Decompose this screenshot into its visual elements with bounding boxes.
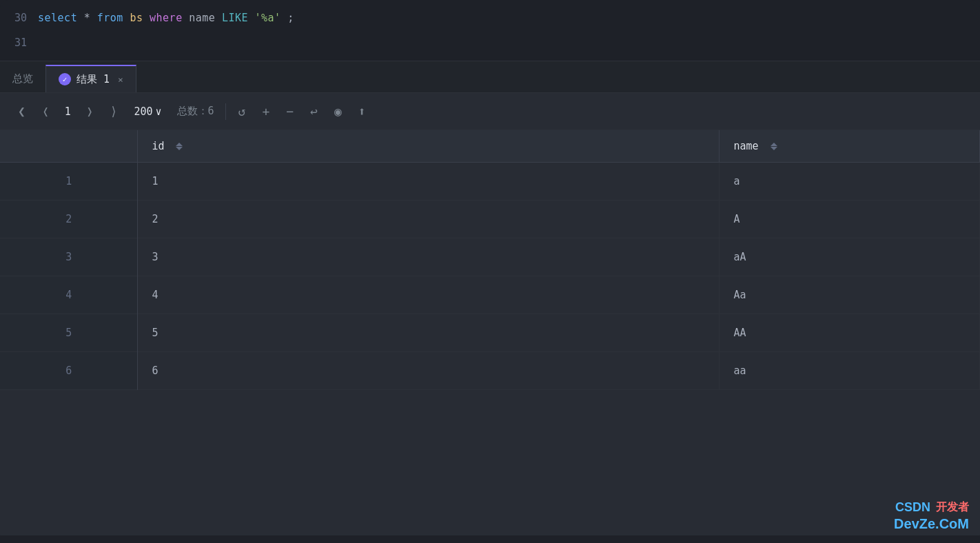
table-row[interactable]: 66aa — [0, 352, 980, 390]
main-content: 总览 ✓ 结果 1 × ❮ ❬ 1 ❭ ⟩ 200 ∨ 总数：6 ↺ — [0, 61, 980, 535]
name-sort-down-icon — [770, 147, 777, 150]
column-header-rownum — [0, 130, 138, 163]
column-name-label: name — [733, 140, 758, 152]
cell-name-5[interactable]: aa — [719, 352, 980, 390]
column-header-name[interactable]: name — [719, 130, 980, 163]
cell-name-0[interactable]: a — [719, 163, 980, 201]
sort-up-icon — [176, 143, 183, 146]
keyword-table: bs — [130, 12, 150, 24]
watermark: CSDN 开发者 DevZe.CoM — [894, 500, 969, 532]
table-row[interactable]: 44Aa — [0, 276, 980, 314]
cell-name-3[interactable]: Aa — [719, 276, 980, 314]
table-body: 11a22A33aA44Aa55AA66aa — [0, 163, 980, 390]
watermark-csdn: CSDN — [895, 500, 930, 515]
cell-rownum-5: 6 — [0, 352, 138, 390]
name-sort-icon[interactable] — [770, 143, 777, 150]
view-button[interactable]: ◉ — [327, 100, 349, 123]
page-next-icon: ❭ — [86, 104, 94, 119]
cell-rownum-2: 3 — [0, 238, 138, 276]
keyword-where: where — [150, 12, 183, 24]
code-line-30-content: select * from bs where name LIKE '%a' ; — [38, 12, 294, 24]
tab-close-button[interactable]: × — [118, 74, 123, 85]
line-number-30: 30 — [0, 12, 38, 24]
table-row[interactable]: 33aA — [0, 238, 980, 276]
total-count: 总数：6 — [172, 105, 220, 118]
cell-rownum-1: 2 — [0, 201, 138, 238]
keyword-semi: ; — [287, 12, 294, 24]
cell-rownum-3: 4 — [0, 276, 138, 314]
line-number-31: 31 — [0, 37, 38, 49]
remove-row-button[interactable]: − — [279, 100, 300, 123]
keyword-name: name — [189, 12, 222, 24]
name-sort-up-icon — [770, 143, 777, 146]
tab-result-1[interactable]: ✓ 结果 1 × — [45, 65, 136, 92]
upload-icon: ⬆ — [358, 104, 366, 119]
results-table: id name 11a22A — [0, 130, 980, 390]
cell-rownum-4: 5 — [0, 314, 138, 352]
tab-overview[interactable]: 总览 — [0, 65, 45, 92]
tab-overview-label: 总览 — [12, 72, 33, 85]
tabs-bar: 总览 ✓ 结果 1 × — [0, 61, 980, 93]
page-first-icon: ❮ — [18, 104, 25, 119]
toolbar: ❮ ❬ 1 ❭ ⟩ 200 ∨ 总数：6 ↺ + − ↩ ◉ — [0, 93, 980, 130]
table-row[interactable]: 55AA — [0, 314, 980, 352]
sort-down-icon — [176, 147, 183, 150]
code-editor[interactable]: 30 select * from bs where name LIKE '%a'… — [0, 0, 980, 61]
cell-id-2[interactable]: 3 — [138, 238, 719, 276]
tab-check-icon: ✓ — [59, 73, 71, 85]
page-size-value: 200 — [134, 105, 152, 118]
code-line-30: 30 select * from bs where name LIKE '%a'… — [0, 6, 980, 30]
upload-button[interactable]: ⬆ — [351, 100, 373, 123]
keyword-select: select — [38, 12, 77, 24]
refresh-button[interactable]: ↺ — [232, 100, 253, 123]
cell-id-5[interactable]: 6 — [138, 352, 719, 390]
cell-name-1[interactable]: A — [719, 201, 980, 238]
table-row[interactable]: 11a — [0, 163, 980, 201]
page-last-icon: ⟩ — [110, 104, 118, 119]
watermark-top: 开发者 — [936, 500, 969, 515]
column-id-label: id — [152, 140, 164, 152]
page-prev-button[interactable]: ❬ — [35, 100, 57, 123]
results-table-container[interactable]: id name 11a22A — [0, 130, 980, 535]
keyword-like: LIKE — [222, 12, 248, 24]
add-row-button[interactable]: + — [255, 100, 276, 123]
undo-icon: ↩ — [310, 104, 318, 119]
undo-button[interactable]: ↩ — [303, 100, 325, 123]
keyword-star: * — [84, 12, 97, 24]
cell-id-3[interactable]: 4 — [138, 276, 719, 314]
cell-name-2[interactable]: aA — [719, 238, 980, 276]
page-number: 1 — [59, 105, 76, 118]
add-icon: + — [262, 104, 269, 119]
column-header-id[interactable]: id — [138, 130, 719, 163]
page-size-arrow-icon: ∨ — [156, 105, 162, 118]
keyword-string: '%a' — [255, 12, 281, 24]
cell-rownum-0: 1 — [0, 163, 138, 201]
tab-result-label: 结果 1 — [76, 73, 110, 86]
table-header-row: id name — [0, 130, 980, 163]
cell-id-1[interactable]: 2 — [138, 201, 719, 238]
toolbar-divider-1 — [225, 103, 226, 120]
watermark-devze: DevZe.CoM — [894, 516, 969, 532]
cell-name-4[interactable]: AA — [719, 314, 980, 352]
cell-id-4[interactable]: 5 — [138, 314, 719, 352]
code-line-31: 31 — [0, 30, 980, 55]
remove-icon: − — [286, 104, 294, 119]
keyword-from: from — [97, 12, 123, 24]
page-last-button[interactable]: ⟩ — [103, 100, 125, 123]
page-next-button[interactable]: ❭ — [79, 100, 101, 123]
page-first-button[interactable]: ❮ — [11, 100, 32, 123]
id-sort-icon[interactable] — [176, 143, 183, 150]
view-icon: ◉ — [334, 104, 342, 119]
page-size-selector[interactable]: 200 ∨ — [127, 103, 168, 121]
table-row[interactable]: 22A — [0, 201, 980, 238]
page-prev-icon: ❬ — [42, 104, 50, 119]
refresh-icon: ↺ — [238, 104, 246, 119]
cell-id-0[interactable]: 1 — [138, 163, 719, 201]
